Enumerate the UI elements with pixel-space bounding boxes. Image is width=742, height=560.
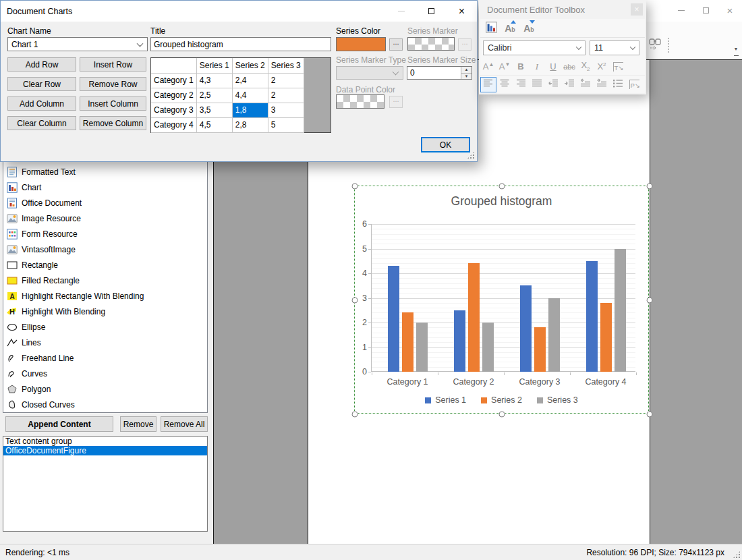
bold-button[interactable]: B xyxy=(513,59,529,74)
underline-button[interactable]: U xyxy=(545,59,561,74)
grid-cell[interactable]: 3,5 xyxy=(196,103,232,117)
indent-button[interactable] xyxy=(561,77,577,92)
grid-cell[interactable]: 2,5 xyxy=(196,88,232,103)
find-icon[interactable] xyxy=(649,38,664,53)
clear-row-button[interactable]: Clear Row xyxy=(7,77,76,91)
selection-handle[interactable] xyxy=(647,412,653,418)
grid-cell[interactable]: 4,4 xyxy=(232,88,268,103)
grid-cell[interactable]: 5 xyxy=(268,117,304,132)
toolbox-titlebar[interactable]: Document Editor Toolbox × xyxy=(479,0,646,19)
selection-handle[interactable] xyxy=(647,184,653,190)
insert-column-button[interactable]: Insert Column xyxy=(80,96,146,111)
content-listbox[interactable]: Text content groupOfficeDocumentFigure xyxy=(3,436,208,532)
dialog-titlebar[interactable]: Document Charts × xyxy=(1,1,477,22)
close-icon: × xyxy=(727,5,733,16)
sidebar-item-vintasoftimage[interactable]: VintasoftImage xyxy=(3,242,207,257)
align-left-button[interactable] xyxy=(480,77,496,92)
window-resize-grip[interactable] xyxy=(733,551,741,559)
grid-cell[interactable]: 4,3 xyxy=(196,73,232,88)
grid-cell[interactable]: 3 xyxy=(268,103,304,117)
sidebar-item-curves[interactable]: Curves xyxy=(3,366,207,381)
dialog-minimize-button[interactable] xyxy=(386,1,416,22)
selection-handle[interactable] xyxy=(352,184,358,190)
font-name-combobox[interactable]: Calibri xyxy=(483,40,586,55)
selection-handle[interactable] xyxy=(352,298,358,304)
series-color-swatch[interactable] xyxy=(336,37,386,51)
sidebar-item-highlight-with-blending[interactable]: HHighlight With Blending xyxy=(3,304,207,319)
grid-cell[interactable]: 2 xyxy=(268,88,304,103)
chart-name-combobox[interactable]: Chart 1 xyxy=(7,37,148,51)
sidebar-item-polygon[interactable]: Polygon xyxy=(3,381,207,397)
insert-row-button[interactable]: Insert Row xyxy=(80,57,146,72)
align-right-button[interactable] xyxy=(513,77,529,92)
grow-font-button[interactable]: A▲ xyxy=(480,59,496,74)
clear-column-button[interactable]: Clear Column xyxy=(7,116,76,130)
align-center-button[interactable] xyxy=(496,77,513,92)
series-color-picker-button[interactable]: ... xyxy=(389,38,403,51)
insert-chart-button[interactable] xyxy=(483,20,499,36)
chart-data-grid[interactable]: Series 1Series 2Series 3Category 14,32,4… xyxy=(150,57,331,133)
selection-handle[interactable] xyxy=(499,412,505,418)
sidebar-item-filled-rectangle[interactable]: Filled Rectangle xyxy=(3,273,207,288)
italic-button[interactable]: I xyxy=(529,59,545,74)
sidebar-item-form-resource[interactable]: Form Resource xyxy=(3,226,207,242)
dialog-close-button[interactable]: × xyxy=(447,1,477,22)
main-minimize-button[interactable] xyxy=(669,0,693,20)
sidebar-item-highlight-rectangle-with-blending[interactable]: AHighlight Rectangle With Blending xyxy=(3,288,207,304)
chart-title-input[interactable]: Grouped histogram xyxy=(150,37,331,51)
superscript-button[interactable]: X2 xyxy=(594,59,610,74)
sidebar-item-image-resource[interactable]: Image Resource xyxy=(3,211,207,226)
add-row-button[interactable]: Add Row xyxy=(7,57,76,72)
selection-handle[interactable] xyxy=(647,298,653,304)
subscript-button[interactable]: X2 xyxy=(577,59,594,74)
list-item[interactable]: Text content group xyxy=(3,437,207,446)
text-properties-button[interactable]: T↘ xyxy=(610,59,626,74)
sidebar-item-rectangle[interactable]: Rectangle xyxy=(3,257,207,273)
remove-all-button[interactable]: Remove All xyxy=(161,416,208,432)
main-maximize-button[interactable] xyxy=(693,0,718,20)
grid-cell[interactable]: 2 xyxy=(268,73,304,88)
grid-row-header[interactable]: Category 1 xyxy=(151,73,196,88)
list-item[interactable]: OfficeDocumentFigure xyxy=(3,446,207,455)
toolbar-drag-handle[interactable] xyxy=(668,38,669,53)
sidebar-item-closed-curves[interactable]: Closed Curves xyxy=(3,397,207,412)
grid-cell[interactable]: 2,8 xyxy=(232,117,268,132)
grid-row-header[interactable]: Category 3 xyxy=(151,103,196,117)
strikethrough-button[interactable]: abc xyxy=(561,59,577,74)
selection-handle[interactable] xyxy=(352,412,358,418)
append-content-button[interactable]: Append Content xyxy=(5,416,113,432)
outdent-button[interactable] xyxy=(545,77,561,92)
paragraph-properties-button[interactable]: P↘ xyxy=(626,77,642,92)
grid-cell[interactable]: 1,8 xyxy=(232,103,268,117)
dialog-maximize-button[interactable] xyxy=(416,1,447,22)
shrink-font-button[interactable]: A▼ xyxy=(496,59,513,74)
bullet-list-button[interactable] xyxy=(610,77,626,92)
selection-handle[interactable] xyxy=(499,184,505,190)
add-column-button[interactable]: Add Column xyxy=(7,96,76,111)
remove-button[interactable]: Remove xyxy=(120,416,156,432)
sidebar-item-formatted-text[interactable]: Formatted Text xyxy=(3,164,207,179)
toolbar-overflow-button[interactable]: ▼ xyxy=(731,42,741,57)
first-line-indent-button[interactable] xyxy=(577,77,594,92)
ok-button[interactable]: OK xyxy=(421,137,470,152)
sidebar-item-lines[interactable]: Lines xyxy=(3,335,207,350)
justify-button[interactable] xyxy=(529,77,545,92)
sidebar-item-freehand-line[interactable]: Freehand Line xyxy=(3,350,207,366)
sidebar-item-chart[interactable]: Chart xyxy=(3,179,207,195)
sidebar-item-ellipse[interactable]: Ellipse xyxy=(3,319,207,335)
remove-row-button[interactable]: Remove Row xyxy=(80,77,146,91)
font-grow-button[interactable]: Ab xyxy=(502,20,518,36)
font-size-combobox[interactable]: 11 xyxy=(590,40,639,55)
grid-cell[interactable]: 4,5 xyxy=(196,117,232,132)
sidebar-item-office-document[interactable]: Office Document xyxy=(3,195,207,211)
toolbox-close-button[interactable]: × xyxy=(631,3,643,16)
grid-cell[interactable]: 2,4 xyxy=(232,73,268,88)
remove-column-button[interactable]: Remove Column xyxy=(80,116,146,130)
main-close-button[interactable]: × xyxy=(718,0,742,20)
hanging-indent-button[interactable] xyxy=(594,77,610,92)
chart-object[interactable]: Grouped histogram 0123456Category 1Categ… xyxy=(354,186,649,414)
grid-row-header[interactable]: Category 4 xyxy=(151,117,196,132)
main-window-titlebar[interactable]: × xyxy=(645,0,742,22)
grid-row-header[interactable]: Category 2 xyxy=(151,88,196,103)
font-shrink-button[interactable]: Ab xyxy=(521,20,537,36)
